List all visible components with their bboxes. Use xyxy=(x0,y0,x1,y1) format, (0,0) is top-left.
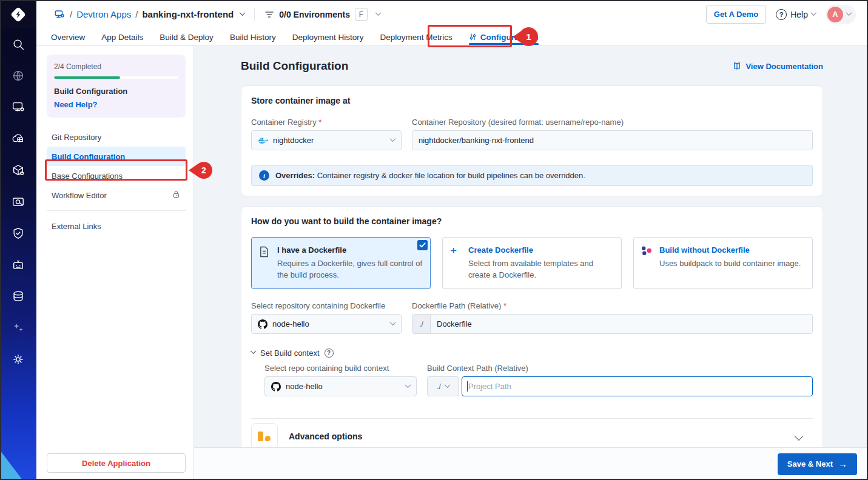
question-icon[interactable]: ? xyxy=(325,348,334,358)
progress-bar-fill xyxy=(54,76,120,79)
breadcrumb-separator: / xyxy=(70,9,72,19)
container-registry-select[interactable]: nightdocker xyxy=(251,130,402,150)
build-context-path-input[interactable] xyxy=(462,376,813,396)
breadcrumb-devtron-apps[interactable]: Devtron Apps xyxy=(76,9,131,19)
security-icon[interactable] xyxy=(10,225,27,242)
view-documentation-link[interactable]: View Documentation xyxy=(732,62,823,71)
advanced-options-label: Advanced options xyxy=(289,432,362,441)
path-prefix: ./ xyxy=(412,315,431,333)
tab-configurations[interactable]: Configurations xyxy=(469,28,539,45)
app-groups-icon[interactable] xyxy=(10,130,27,147)
config-nav-list: Git Repository Build Configuration Base … xyxy=(36,127,193,236)
settings-gear-icon[interactable] xyxy=(10,351,27,368)
need-help-link[interactable]: Need Help? xyxy=(54,100,178,109)
environments-filter[interactable]: 0/0 Environments F xyxy=(264,8,380,21)
option-build-without-dockerfile[interactable]: Build without Dockerfile Uses buildpack … xyxy=(633,237,813,289)
search-icon[interactable] xyxy=(10,36,27,53)
environments-chevron-icon[interactable] xyxy=(375,10,381,16)
dockerfile-path-label: Dockerfile Path (Relative) * xyxy=(412,301,813,310)
book-icon xyxy=(732,62,742,70)
shortcut-key-badge: F xyxy=(355,8,368,21)
progress-card-title: Build Configuration xyxy=(54,87,178,96)
dockerfile-repo-value: node-hello xyxy=(272,319,309,328)
context-path-prefix-select[interactable]: ./ xyxy=(427,376,459,396)
tab-build-deploy[interactable]: Build & Deploy xyxy=(160,28,214,45)
sidebar-corner-accent xyxy=(0,438,36,480)
registry-chevron-icon xyxy=(390,136,396,142)
repo-chevron-icon xyxy=(390,319,396,325)
tab-overview[interactable]: Overview xyxy=(51,28,85,45)
breadcrumb-separator: / xyxy=(135,9,138,19)
store-card-heading: Store container image at xyxy=(251,96,813,105)
progress-card: 2/4 Completed Build Configuration Need H… xyxy=(47,55,186,118)
context-path-field xyxy=(462,376,813,396)
resource-browser-icon[interactable] xyxy=(10,193,27,210)
option-have-dockerfile[interactable]: I have a Dockerfile Requires a Dockerfil… xyxy=(251,237,431,289)
main-content: Build Configuration View Documentation S… xyxy=(194,46,868,480)
context-repo-value: node-hello xyxy=(286,382,323,391)
help-icon: ? xyxy=(776,9,787,20)
overrides-info-banner: i Overrides: Container registry & docker… xyxy=(251,165,813,186)
header-divider xyxy=(254,8,255,21)
applications-icon[interactable] xyxy=(10,99,27,116)
text-cursor xyxy=(467,381,468,392)
sparkles-ai-icon[interactable] xyxy=(10,319,27,336)
nav-item-workflow-editor[interactable]: Workflow Editor xyxy=(47,185,186,205)
dockerfile-path-field: ./ xyxy=(412,314,813,334)
context-path-label: Build Context Path (Relative) xyxy=(427,364,813,373)
top-header: / Devtron Apps / banking-nxt-frontend 0/… xyxy=(36,0,868,28)
advanced-options-chevron-icon[interactable] xyxy=(795,432,803,441)
set-build-context-toggle[interactable]: Set Build context ? xyxy=(251,348,813,358)
app-switcher-chevron-icon[interactable] xyxy=(240,10,246,16)
prefix-chevron-icon xyxy=(444,382,450,388)
advanced-options-icon xyxy=(251,423,278,450)
docker-icon xyxy=(258,136,268,145)
container-repository-label: Container Repository (desired format: us… xyxy=(412,118,813,127)
app-tab-bar: Overview App Details Build & Deploy Buil… xyxy=(36,28,868,46)
devtron-logo[interactable] xyxy=(0,0,36,28)
container-repository-input[interactable] xyxy=(412,131,812,150)
overrides-title: Overrides: xyxy=(275,171,315,180)
plus-icon: + xyxy=(450,245,462,281)
help-chevron-icon xyxy=(811,10,817,16)
get-a-demo-button[interactable]: Get A Demo xyxy=(706,5,766,24)
dockerfile-repo-select[interactable]: node-hello xyxy=(251,314,402,334)
progress-bar xyxy=(54,76,178,79)
context-repo-select[interactable]: node-hello xyxy=(264,376,417,396)
dockerfile-path-input[interactable] xyxy=(431,315,812,333)
nav-item-base-configurations[interactable]: Base Configurations xyxy=(47,166,186,185)
filter-icon xyxy=(264,10,274,19)
nav-item-external-links[interactable]: External Links xyxy=(47,216,186,236)
container-registry-value: nightdocker xyxy=(273,136,314,145)
build-method-card: How do you want to build the container i… xyxy=(241,206,823,480)
delete-application-button[interactable]: Delete Application xyxy=(47,453,186,473)
help-menu[interactable]: ? Help xyxy=(776,9,816,20)
breadcrumb-app-name: banking-nxt-frontend xyxy=(142,9,234,19)
advanced-options-row[interactable]: Advanced options xyxy=(251,419,813,450)
save-next-button[interactable]: Save & Next → xyxy=(778,453,857,475)
buildpack-icon xyxy=(641,245,653,281)
nav-item-build-configuration[interactable]: Build Configuration xyxy=(47,147,186,166)
page-title: Build Configuration xyxy=(241,59,348,73)
store-image-card: Store container image at Container Regis… xyxy=(241,85,823,196)
chart-store-icon[interactable] xyxy=(10,162,27,179)
tab-app-details[interactable]: App Details xyxy=(101,28,143,45)
tab-deployment-history[interactable]: Deployment History xyxy=(292,28,364,45)
container-repository-field xyxy=(412,130,813,150)
github-icon xyxy=(258,319,267,329)
user-menu-chevron-icon xyxy=(846,10,852,16)
jobs-icon[interactable] xyxy=(10,256,27,273)
checked-checkbox-icon[interactable] xyxy=(417,240,428,250)
lock-icon xyxy=(172,190,181,201)
container-registry-label: Container Registry * xyxy=(251,118,402,127)
tab-build-history[interactable]: Build History xyxy=(230,28,276,45)
info-icon: i xyxy=(259,170,269,181)
stack-manager-icon[interactable] xyxy=(10,288,27,305)
build-options: I have a Dockerfile Requires a Dockerfil… xyxy=(251,237,813,289)
option-create-dockerfile[interactable]: + Create Dockerfile Select from availabl… xyxy=(442,237,622,289)
user-menu[interactable]: A xyxy=(826,5,856,24)
tab-deployment-metrics[interactable]: Deployment Metrics xyxy=(380,28,452,45)
global-config-icon[interactable] xyxy=(10,67,27,84)
breadcrumb: / Devtron Apps / banking-nxt-frontend xyxy=(53,9,244,20)
nav-item-git-repository[interactable]: Git Repository xyxy=(47,127,186,147)
